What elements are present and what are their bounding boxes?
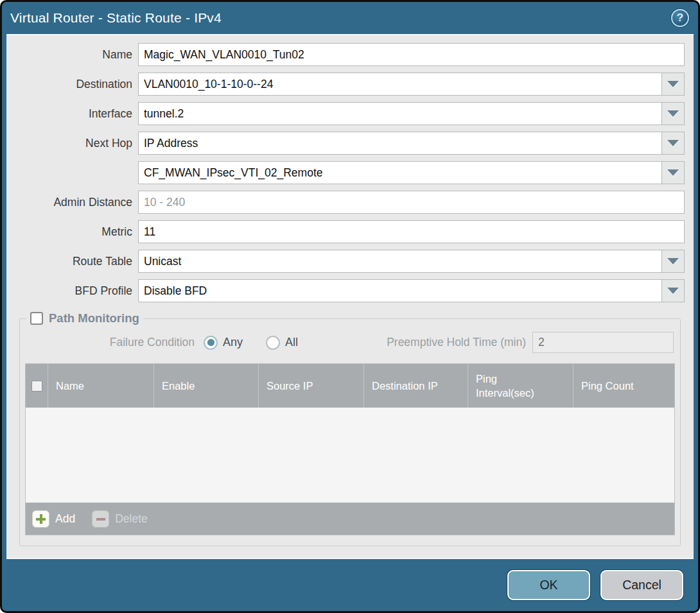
column-header-source-ip[interactable]: Source IP (258, 364, 363, 408)
next-hop-type-dropdown-button[interactable] (661, 132, 685, 155)
destination-label: Destination (6, 78, 132, 91)
path-monitoring-legend: Path Monitoring (26, 311, 143, 325)
dialog-footer: OK Cancel (2, 559, 698, 611)
chevron-down-icon (667, 288, 679, 294)
path-monitoring-title: Path Monitoring (49, 311, 139, 325)
table-toolbar: Add Delete (26, 503, 674, 535)
preemptive-hold-time-label: Preemptive Hold Time (min) (387, 336, 526, 349)
failure-condition-radios: Any All (204, 336, 316, 350)
admin-distance-label: Admin Distance (6, 196, 132, 209)
path-monitoring-checkbox[interactable] (30, 312, 43, 325)
next-hop-type-input[interactable] (138, 132, 661, 155)
admin-distance-input[interactable] (138, 191, 685, 214)
chevron-down-icon (667, 140, 679, 146)
radio-all[interactable] (266, 336, 280, 350)
name-input[interactable] (138, 43, 685, 66)
plus-icon (32, 510, 49, 528)
name-label: Name (6, 48, 132, 62)
destination-row: Destination (6, 73, 694, 96)
column-header-ping-count[interactable]: Ping Count (573, 364, 674, 408)
chevron-down-icon (667, 258, 679, 264)
next-hop-value-row (6, 161, 694, 184)
next-hop-row: Next Hop (6, 132, 694, 155)
help-icon[interactable]: ? (671, 9, 689, 27)
next-hop-label: Next Hop (6, 137, 132, 150)
bfd-profile-input[interactable] (138, 279, 661, 302)
path-monitoring-section: Path Monitoring Failure Condition Any Al… (19, 311, 681, 546)
column-header-name[interactable]: Name (48, 364, 153, 408)
column-header-ping-interval[interactable]: Ping Interval(sec) (476, 372, 543, 401)
next-hop-address-input[interactable] (138, 161, 661, 184)
bfd-profile-label: BFD Profile (6, 284, 132, 298)
metric-input[interactable] (138, 220, 685, 243)
preemptive-hold-time-input[interactable] (532, 332, 674, 353)
dialog-body: Name Destination Interface (6, 34, 694, 559)
table-body-empty (26, 408, 674, 503)
bfd-profile-dropdown-button[interactable] (661, 279, 685, 302)
column-header-enable[interactable]: Enable (153, 364, 258, 408)
interface-row: Interface (6, 102, 694, 125)
add-button-label: Add (55, 512, 75, 526)
add-button[interactable]: Add (32, 510, 75, 528)
destination-input[interactable] (138, 73, 661, 96)
route-table-row: Route Table (6, 250, 694, 273)
dialog-titlebar: Virtual Router - Static Route - IPv4 ? (2, 2, 698, 34)
route-table-input[interactable] (138, 250, 661, 273)
minus-icon (92, 510, 109, 528)
route-table-dropdown-button[interactable] (661, 250, 685, 273)
delete-button[interactable]: Delete (92, 510, 148, 528)
static-route-dialog: Virtual Router - Static Route - IPv4 ? N… (0, 0, 700, 613)
radio-any-label: Any (223, 336, 243, 349)
metric-row: Metric (6, 220, 694, 243)
interface-label: Interface (6, 107, 132, 121)
metric-label: Metric (6, 225, 132, 239)
table-header: Name Enable Source IP Destination IP Pin… (26, 364, 674, 408)
interface-input[interactable] (138, 102, 661, 125)
interface-dropdown-button[interactable] (661, 102, 685, 125)
radio-all-label: All (285, 336, 298, 349)
delete-button-label: Delete (115, 512, 148, 526)
preemptive-hold-time-group: Preemptive Hold Time (min) (387, 332, 674, 353)
dialog-title: Virtual Router - Static Route - IPv4 (10, 10, 671, 26)
admin-distance-row: Admin Distance (6, 191, 694, 214)
failure-condition-row: Failure Condition Any All Preemptive Hol… (26, 332, 674, 353)
bfd-profile-row: BFD Profile (6, 279, 694, 302)
cancel-button[interactable]: Cancel (600, 570, 683, 600)
next-hop-address-dropdown-button[interactable] (661, 161, 685, 184)
ok-button[interactable]: OK (507, 570, 590, 600)
path-monitoring-table: Name Enable Source IP Destination IP Pin… (25, 363, 675, 535)
select-all-checkbox[interactable] (31, 381, 42, 392)
chevron-down-icon (667, 110, 679, 117)
failure-condition-label: Failure Condition (26, 336, 195, 349)
chevron-down-icon (667, 81, 679, 87)
destination-dropdown-button[interactable] (661, 73, 685, 96)
chevron-down-icon (667, 169, 679, 176)
name-row: Name (6, 43, 694, 66)
route-table-label: Route Table (6, 255, 132, 268)
radio-any[interactable] (204, 336, 218, 350)
column-header-destination-ip[interactable]: Destination IP (363, 364, 468, 408)
